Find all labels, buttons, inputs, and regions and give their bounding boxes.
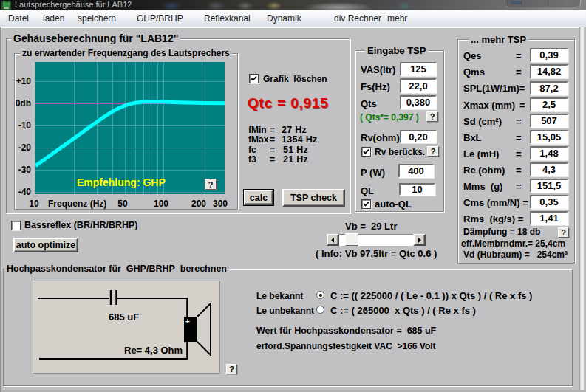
svg-text:+: + [185, 317, 190, 326]
